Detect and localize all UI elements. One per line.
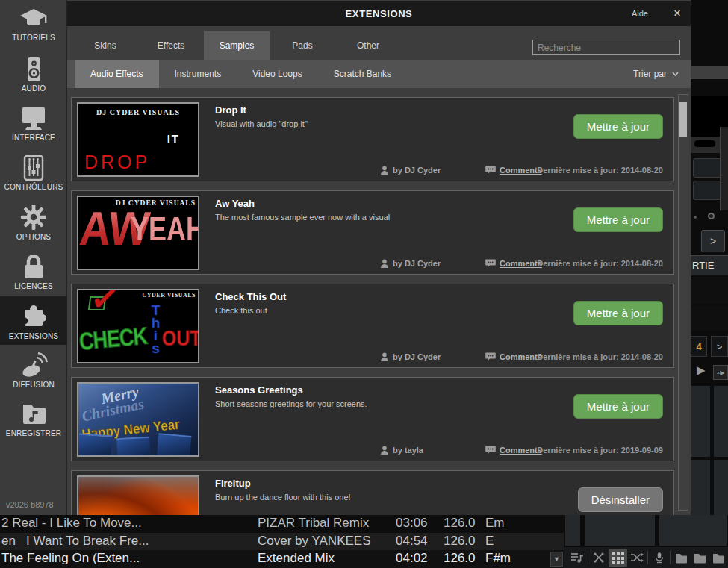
thumb-cube-shape — [116, 437, 151, 457]
sidebar-item-diffusion[interactable]: DIFFUSION — [0, 345, 67, 394]
sort-label: Trier par — [633, 60, 667, 88]
queue-music-icon[interactable] — [567, 549, 586, 567]
play-icon[interactable]: ▶ — [697, 363, 706, 377]
extension-item: DJ CYDER VISUALS AW YEAH! Aw Yeah The mo… — [71, 190, 674, 275]
close-icon[interactable]: × — [673, 1, 681, 25]
sidebar-item-label: TUTORIELS — [12, 34, 55, 42]
update-button[interactable]: Mettre à jour — [573, 207, 663, 232]
grid-view-icon[interactable] — [609, 549, 627, 567]
comments-link[interactable]: Comments — [485, 352, 542, 361]
extension-thumbnail: FIRE! — [77, 475, 199, 515]
speaker-icon — [19, 56, 49, 83]
sidebar-item-options[interactable]: OPTIONS — [0, 197, 67, 246]
thumb-checkmark: ✓ — [87, 289, 122, 320]
subtab-scratch-banks[interactable]: Scratch Banks — [318, 60, 407, 88]
slot-next-button[interactable]: > — [711, 336, 728, 357]
tab-pads[interactable]: Pads — [270, 31, 335, 60]
update-button[interactable]: Mettre à jour — [573, 394, 663, 419]
thumb-text: CHECK — [78, 322, 149, 356]
thumb-brand-text: CYDER VISUALS — [143, 292, 196, 299]
extension-thumbnail: DJ CYDER VISUALS AW YEAH! — [77, 196, 199, 270]
main-tabs: Skins Effects Samples Pads Other — [67, 31, 691, 60]
sidebar-item-interface[interactable]: INTERFACE — [0, 99, 67, 148]
list-scrollbar[interactable] — [678, 94, 688, 511]
playlist-dropdown-button[interactable]: ▼ — [550, 552, 563, 567]
scratch-icon[interactable] — [590, 549, 609, 567]
cut-play-button[interactable]: ×▶ — [713, 365, 728, 380]
playlist-row[interactable]: The Feeling On (Exten... Extended Mix 04… — [0, 550, 564, 568]
sampler-pad[interactable] — [565, 515, 580, 546]
sidebar-item-audio[interactable]: AUDIO — [0, 49, 67, 99]
track-duration: 04:54 — [396, 534, 428, 549]
output-button[interactable]: RTIE — [691, 255, 728, 275]
subtab-video-loops[interactable]: Video Loops — [237, 60, 318, 88]
scrollbar-thumb[interactable] — [679, 102, 687, 137]
background-display — [691, 306, 728, 331]
sidebar-item-tutoriels[interactable]: TUTORIELS — [0, 0, 67, 49]
thumb-brand-text: DJ CYDER VISUALS — [78, 108, 198, 116]
panel-next-button[interactable]: > — [701, 230, 725, 252]
sampler-pad[interactable] — [659, 515, 727, 546]
graduation-cap-icon — [19, 8, 49, 32]
track-version: Cover by YANKEES — [258, 534, 371, 549]
sampler-pad[interactable] — [691, 386, 710, 457]
bottom-panel: 2 Real - I Like To Move... PIZAR Tribal … — [0, 515, 728, 568]
tab-skins[interactable]: Skins — [72, 31, 138, 60]
app-window: TUTORIELS AUDIO INTERFACE CONTRÔLEURS OP… — [0, 0, 728, 568]
search-input[interactable] — [532, 40, 680, 55]
folder-icon[interactable] — [672, 549, 691, 567]
slot-number[interactable]: 4 — [691, 336, 707, 357]
track-bpm: 126.0 — [444, 534, 476, 549]
playlist-row[interactable]: 2 Real - I Like To Move... PIZAR Tribal … — [0, 515, 564, 533]
subtab-instruments[interactable]: Instruments — [159, 60, 237, 88]
help-link[interactable]: Aide — [632, 1, 648, 26]
sidebar-item-extensions[interactable]: EXTENSIONS — [0, 296, 67, 345]
tab-samples[interactable]: Samples — [204, 31, 270, 60]
last-updated: Dernière mise à jour: 2019-09-09 — [537, 446, 663, 455]
comments-link[interactable]: Comments — [485, 166, 542, 175]
extension-author: by DJ Cyder — [380, 259, 441, 268]
sidebar-item-label: CONTRÔLEURS — [4, 183, 63, 191]
subtab-audio-effects[interactable]: Audio Effects — [75, 60, 159, 88]
sidebar-item-controleurs[interactable]: CONTRÔLEURS — [0, 148, 67, 197]
update-button[interactable]: Mettre à jour — [573, 114, 663, 139]
sampler-pad[interactable] — [691, 460, 710, 515]
track-key: E — [485, 534, 494, 549]
comments-label: Comments — [500, 352, 542, 361]
folder-icon[interactable] — [691, 549, 709, 567]
shuffle-icon[interactable] — [627, 549, 646, 567]
sampler-pad[interactable] — [714, 460, 728, 515]
extension-author: by DJ Cyder — [380, 352, 441, 361]
comments-link[interactable]: Comments — [485, 446, 542, 455]
background-bar — [691, 66, 728, 79]
extension-description: Short seasons greetings for your screens… — [215, 399, 367, 408]
microphone-icon[interactable] — [650, 549, 668, 567]
extension-item: Merry Christmas Happy New Year Seasons G… — [71, 377, 674, 461]
last-updated: Dernière mise à jour: 2014-08-20 — [537, 259, 663, 268]
sampler-pad[interactable] — [585, 515, 655, 546]
track-duration: 04:02 — [396, 551, 428, 566]
extension-item: FIRE! Fireitup Burn up the dance floor w… — [71, 470, 674, 515]
extension-thumbnail: DJ CYDER VISUALS IT DROP — [77, 102, 199, 177]
led-knob[interactable] — [708, 213, 715, 219]
playlist-row[interactable]: en I Want To Break Fre... Cover by YANKE… — [0, 533, 564, 550]
tab-effects[interactable]: Effects — [138, 31, 204, 60]
sidebar-item-enregistrer[interactable]: ENREGISTRER — [0, 394, 67, 443]
extension-title: Aw Yeah — [215, 198, 255, 209]
extension-title: Fireitup — [215, 478, 251, 489]
folder-icon[interactable] — [709, 549, 728, 567]
comments-link[interactable]: Comments — [485, 259, 542, 268]
thumb-cube-shape — [157, 433, 192, 457]
uninstall-button[interactable]: Désinstaller — [578, 487, 663, 512]
sampler-pad[interactable] — [714, 386, 728, 457]
comments-label: Comments — [500, 446, 542, 455]
update-button[interactable]: Mettre à jour — [573, 301, 663, 325]
tab-other[interactable]: Other — [335, 31, 401, 60]
sidebar-item-licences[interactable]: LICENCES — [0, 246, 67, 296]
folder-music-icon — [19, 401, 49, 428]
extension-description: Visual with audio "drop it" — [215, 119, 308, 128]
sort-dropdown[interactable]: Trier par — [633, 60, 679, 88]
broadcast-icon — [19, 351, 49, 379]
comments-label: Comments — [500, 166, 542, 175]
comment-icon — [485, 446, 496, 455]
